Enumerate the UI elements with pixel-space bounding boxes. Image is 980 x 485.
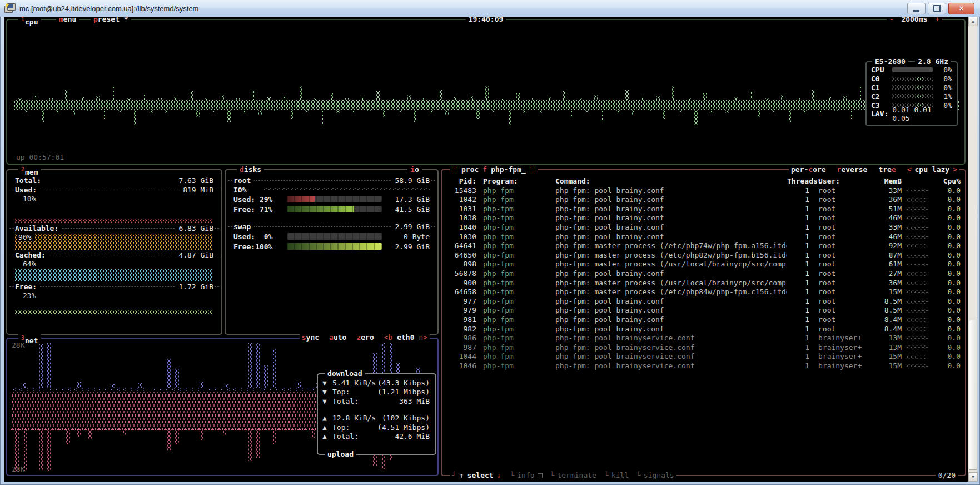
process-table-header: Pid: Program: Command: Threads: User: Me… (447, 177, 961, 186)
process-row[interactable]: 987php-fpmphp-fpm: pool brainyservice.co… (447, 343, 961, 353)
net-interface-selector: <b eth0 n> (384, 333, 427, 342)
close-icon: × (959, 4, 963, 12)
process-cpu-minigraph (906, 207, 928, 211)
process-cpu-minigraph (906, 364, 928, 368)
process-cpu-minigraph (906, 290, 928, 294)
disks-box-title[interactable]: disks (237, 165, 264, 175)
core-history-recent (916, 103, 923, 107)
process-cpu-minigraph (906, 235, 928, 239)
maximize-button[interactable] (928, 3, 946, 14)
proc-box-marker-icon (452, 167, 457, 172)
net-zero-toggle[interactable]: zero (356, 333, 374, 342)
process-row[interactable]: 64650php-fpmphp-fpm: master process (/et… (447, 251, 961, 260)
mem-section-graph (15, 310, 213, 314)
iface-name: eth0 (392, 333, 419, 342)
process-row[interactable]: 1038php-fpmphp-fpm: pool brainy.conf1roo… (447, 214, 961, 223)
process-cpu-minigraph (906, 355, 928, 359)
mem-total-row: Total:7.63 GiB (15, 176, 213, 185)
signals-action[interactable]: └signals (636, 471, 674, 481)
process-row[interactable]: 977php-fpmphp-fpm: pool brainy.conf1root… (447, 297, 961, 306)
process-row[interactable]: 1031php-fpmphp-fpm: pool brainy.conf1roo… (447, 205, 961, 214)
download-total-row: ▼ Total: 363 MiB (322, 397, 430, 406)
iface-next-button[interactable]: n> (419, 333, 427, 342)
select-down-arrow[interactable]: ↓ (497, 471, 501, 481)
disk-name-row: swap2.99 GiB (233, 222, 430, 231)
io-mode-button[interactable]: io (407, 165, 422, 175)
process-row[interactable]: 981php-fpmphp-fpm: pool brainy.conf1root… (447, 315, 961, 325)
filter-clear-icon[interactable] (530, 167, 535, 172)
tree-toggle[interactable]: tree (878, 165, 896, 175)
sort-prev-button[interactable]: < (907, 165, 912, 174)
mem-section-pct: 10% (15, 195, 213, 204)
process-row[interactable]: 1030php-fpmphp-fpm: pool brainy.conf1roo… (447, 232, 961, 242)
net-box: 3net syncautozero<b eth0 n> 28K 28K down… (6, 338, 439, 476)
core-history-graph (892, 77, 933, 81)
cpu-box-title[interactable]: 1cpu (18, 17, 41, 27)
close-button[interactable]: × (948, 3, 974, 14)
process-row[interactable]: 64658php-fpmphp-fpm: master process (/et… (447, 288, 961, 297)
core-history-graph (892, 103, 933, 107)
reverse-toggle[interactable]: reverse (837, 165, 868, 175)
disk-free-row: Free:100%2.99 GiB (233, 241, 430, 251)
net-auto-toggle[interactable]: auto (329, 333, 346, 342)
mem-section-pct: 23% (15, 291, 213, 300)
iface-prev-button[interactable]: <b (384, 333, 393, 342)
scroll-thumb[interactable] (969, 320, 977, 470)
process-row[interactable]: 15483php-fpmphp-fpm: pool brainy.conf1ro… (447, 186, 961, 196)
core-history-recent (916, 77, 923, 81)
process-row[interactable]: 900php-fpmphp-fpm: master process (/usr/… (447, 279, 961, 288)
net-sync-toggle[interactable]: sync (302, 333, 319, 342)
info-action[interactable]: └info (510, 471, 542, 481)
select-up-arrow[interactable]: ↑ (460, 471, 464, 481)
process-row[interactable]: 1046php-fpmphp-fpm: pool brainyservice.c… (447, 362, 961, 371)
preset-button[interactable]: preset * (91, 17, 131, 24)
process-row[interactable]: 64641php-fpmphp-fpm: master process (/et… (447, 241, 961, 251)
scroll-down-button[interactable]: ▼ (968, 472, 978, 482)
per-core-toggle[interactable]: per-core (791, 165, 826, 175)
mem-section-pct: 64% (15, 260, 213, 269)
cpu-core-row: C00% (871, 75, 952, 83)
process-row[interactable]: 56878php-fpmphp-fpm: pool brainy.conf1ro… (447, 269, 961, 279)
proc-box-title[interactable]: proc (461, 165, 479, 175)
scrollbar[interactable]: ▲ ▼ (968, 17, 977, 482)
cpu-model: E5-2680 (872, 57, 908, 67)
proc-footer: ┘ ↑ select ↓ └info└terminate└kill└signal… (450, 471, 958, 481)
sort-selector: <cpu lazy> (907, 165, 957, 175)
core-history-recent (916, 95, 923, 98)
process-cpu-minigraph (906, 309, 928, 313)
scroll-up-button[interactable]: ▲ (968, 17, 978, 26)
menu-button[interactable]: menu (56, 17, 79, 24)
filter-key[interactable]: f (482, 165, 487, 175)
process-row[interactable]: 979php-fpmphp-fpm: pool brainy.conf1root… (447, 306, 961, 315)
upload-title: upload (325, 449, 356, 459)
process-cpu-minigraph (906, 198, 928, 202)
process-row[interactable]: 1044php-fpmphp-fpm: pool brainyservice.c… (447, 352, 961, 362)
upload-total-row: ▲ Total: 42.6 MiB (322, 432, 430, 441)
mem-box: 2mem Total:7.63 GiB Used:819 MiB10%Avail… (6, 169, 222, 335)
cpu-total-row: CPU 0% (871, 66, 952, 75)
process-row[interactable]: 1040php-fpmphp-fpm: pool brainy.conf1roo… (447, 223, 961, 232)
proc-box: proc f php-fpm_ per-core reverse tree <c… (441, 169, 966, 476)
kill-action[interactable]: └kill (604, 471, 629, 481)
process-row[interactable]: 982php-fpmphp-fpm: pool brainy.conf1root… (447, 325, 961, 334)
terminate-action[interactable]: └terminate (550, 471, 596, 481)
sort-next-button[interactable]: > (953, 165, 957, 174)
selection-counter: 0/20 (936, 471, 958, 481)
filter-input[interactable]: php-fpm_ (491, 165, 526, 175)
process-row[interactable]: 986php-fpmphp-fpm: pool brainyservice.co… (447, 334, 961, 343)
disk-used-bar (287, 196, 382, 202)
select-label[interactable]: select (467, 471, 494, 481)
interval-plus-button[interactable]: + (935, 17, 939, 23)
process-row[interactable]: 898php-fpmphp-fpm: master process (/usr/… (447, 260, 961, 269)
interval-minus-button[interactable]: - (889, 17, 894, 23)
disk-used-row: Used: 29%17.3 GiB (233, 194, 430, 204)
core-history-graph (892, 94, 933, 98)
download-title: download (325, 369, 365, 379)
mem-box-title[interactable]: 2mem (18, 165, 41, 177)
process-cpu-minigraph (906, 254, 928, 258)
process-row[interactable]: 1042php-fpmphp-fpm: pool brainy.conf1roo… (447, 195, 961, 205)
process-cpu-minigraph (906, 327, 928, 331)
titlebar[interactable]: mc [root@ub24.itdeveloper.com.ua]:/lib/s… (0, 0, 980, 17)
minimize-button[interactable] (907, 3, 926, 14)
disk-free-row: Free: 71%41.5 GiB (233, 204, 430, 214)
